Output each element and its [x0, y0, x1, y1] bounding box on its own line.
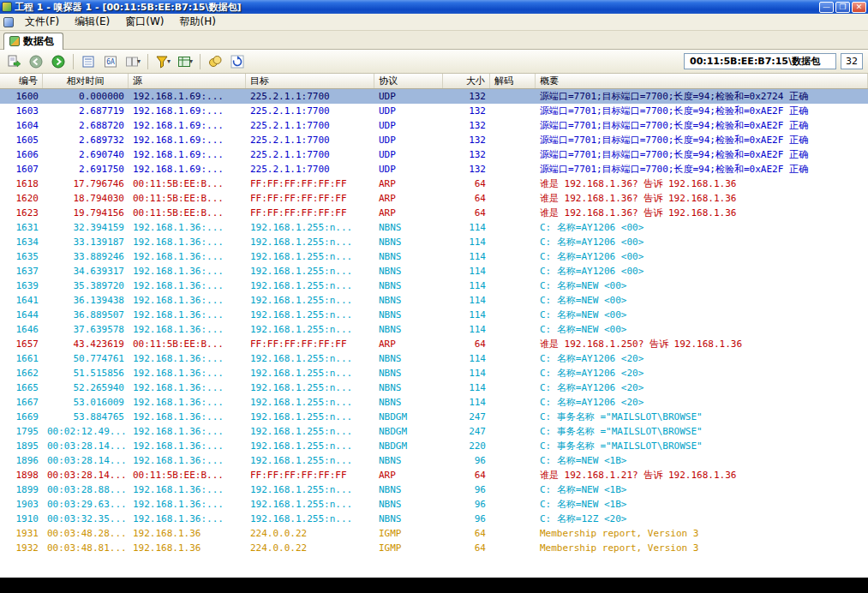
- cell-size: 96: [443, 512, 490, 526]
- table-row[interactable]: 16072.691750192.168.1.69:...225.2.1.1:77…: [0, 162, 868, 177]
- cell-source: 00:11:5B:EE:B...: [129, 191, 246, 206]
- menu-edit[interactable]: 编辑(E): [67, 13, 117, 31]
- buffer-settings-icon[interactable]: [205, 52, 225, 71]
- table-row[interactable]: 16032.687719192.168.1.69:...225.2.1.1:77…: [0, 104, 868, 118]
- cell-no: 1932: [0, 541, 43, 555]
- cell-no: 1667: [0, 395, 43, 410]
- split-view-icon[interactable]: ▾: [123, 52, 143, 71]
- table-row[interactable]: 193100:03:48.28...192.168.1.36224.0.0.22…: [0, 526, 868, 541]
- cell-protocol: IGMP: [374, 526, 443, 541]
- cell-no: 1669: [0, 410, 43, 424]
- table-row[interactable]: 191000:03:32.35...192.168.1.36:...192.16…: [0, 512, 868, 526]
- cell-protocol: NBNS: [374, 279, 443, 293]
- table-row[interactable]: 166150.774761192.168.1.36:...192.168.1.2…: [0, 351, 868, 366]
- cell-decode: [490, 235, 536, 249]
- table-row[interactable]: 164136.139438192.168.1.36:...192.168.1.2…: [0, 293, 868, 308]
- menu-file[interactable]: 文件(F): [17, 13, 67, 31]
- column-header-size[interactable]: 大小: [443, 74, 490, 88]
- cell-protocol: NBNS: [374, 395, 443, 410]
- table-row[interactable]: 193200:03:48.81...192.168.1.36224.0.0.22…: [0, 541, 868, 555]
- cell-size: 114: [443, 395, 490, 410]
- cell-source: 192.168.1.36:...: [129, 293, 246, 308]
- cell-size: 96: [443, 453, 490, 468]
- cell-source: 192.168.1.69:...: [129, 118, 246, 133]
- table-row[interactable]: 163132.394159192.168.1.36:...192.168.1.2…: [0, 220, 868, 235]
- table-row[interactable]: 163533.889246192.168.1.36:...192.168.1.2…: [0, 249, 868, 264]
- table-row[interactable]: 16052.689732192.168.1.69:...225.2.1.1:77…: [0, 133, 868, 147]
- column-header-decode[interactable]: 解码: [490, 74, 536, 88]
- back-icon[interactable]: [26, 52, 46, 71]
- table-row[interactable]: 163935.389720192.168.1.36:...192.168.1.2…: [0, 279, 868, 293]
- cell-protocol: NBNS: [374, 220, 443, 235]
- column-header-time[interactable]: 相对时间: [43, 74, 129, 88]
- menu-help[interactable]: 帮助(H): [171, 13, 223, 31]
- cell-time: 34.639317: [43, 264, 129, 279]
- tab-packets[interactable]: 数据包: [3, 33, 63, 50]
- table-row[interactable]: 166251.515856192.168.1.36:...192.168.1.2…: [0, 366, 868, 380]
- table-row[interactable]: 166753.016009192.168.1.36:...192.168.1.2…: [0, 395, 868, 410]
- table-row[interactable]: 166552.265940192.168.1.36:...192.168.1.2…: [0, 380, 868, 395]
- toolbar-separator: [147, 54, 148, 69]
- cell-source: 192.168.1.36:...: [129, 497, 246, 512]
- cell-summary: C: 名称=12Z <20>: [536, 512, 868, 526]
- filter-icon[interactable]: ▾: [153, 52, 173, 71]
- hex-decode-view-icon[interactable]: 6A: [100, 52, 121, 71]
- packet-table: 编号 相对时间 源 目标 协议 大小 解码 概要 16000.000000192…: [0, 74, 868, 578]
- table-row[interactable]: 163734.639317192.168.1.36:...192.168.1.2…: [0, 264, 868, 279]
- table-row[interactable]: 164436.889507192.168.1.36:...192.168.1.2…: [0, 308, 868, 322]
- table-row[interactable]: 190300:03:29.63...192.168.1.36:...192.16…: [0, 497, 868, 512]
- cell-decode: [490, 293, 536, 308]
- cell-summary: 谁是 192.168.1.36? 告诉 192.168.1.36: [536, 206, 868, 220]
- table-row[interactable]: 189900:03:28.88...192.168.1.36:...192.16…: [0, 482, 868, 497]
- column-header-protocol[interactable]: 协议: [374, 74, 443, 88]
- table-row[interactable]: 189800:03:28.14...00:11:5B:EE:B...FF:FF:…: [0, 468, 868, 482]
- close-button[interactable]: ✕: [852, 2, 866, 13]
- table-row[interactable]: 16062.690740192.168.1.69:...225.2.1.1:77…: [0, 147, 868, 162]
- table-row[interactable]: 189500:03:28.14...192.168.1.36:...192.16…: [0, 439, 868, 453]
- packet-list-view-icon[interactable]: [78, 52, 99, 71]
- display-options-icon[interactable]: ▾: [175, 52, 195, 71]
- table-row[interactable]: 189600:03:28.14...192.168.1.36:...192.16…: [0, 453, 868, 468]
- cell-target: 225.2.1.1:7700: [246, 89, 374, 104]
- table-row[interactable]: 166953.884765192.168.1.36:...192.168.1.2…: [0, 410, 868, 424]
- cell-decode: [490, 308, 536, 322]
- column-header-no[interactable]: 编号: [0, 74, 43, 88]
- column-header-source[interactable]: 源: [129, 74, 246, 88]
- column-header-summary[interactable]: 概要: [536, 74, 868, 88]
- table-row[interactable]: 163433.139187192.168.1.36:...192.168.1.2…: [0, 235, 868, 249]
- table-row[interactable]: 179500:02:12.49...192.168.1.36:...192.16…: [0, 424, 868, 439]
- table-row[interactable]: 164637.639578192.168.1.36:...192.168.1.2…: [0, 322, 868, 337]
- refresh-icon[interactable]: [227, 52, 248, 71]
- cell-source: 192.168.1.36:...: [129, 322, 246, 337]
- cell-no: 1618: [0, 177, 43, 191]
- cell-protocol: ARP: [374, 206, 443, 220]
- cell-no: 1910: [0, 512, 43, 526]
- cell-decode: [490, 380, 536, 395]
- maximize-button[interactable]: ❐: [835, 2, 850, 13]
- cell-summary: C: 名称=NEW <00>: [536, 279, 868, 293]
- table-row[interactable]: 162319.79415600:11:5B:EE:B...FF:FF:FF:FF…: [0, 206, 868, 220]
- table-row[interactable]: 165743.42361900:11:5B:EE:B...FF:FF:FF:FF…: [0, 337, 868, 351]
- cell-summary: C: 名称=AY1206 <00>: [536, 264, 868, 279]
- export-packets-icon[interactable]: [3, 52, 24, 71]
- cell-time: 36.889507: [43, 308, 129, 322]
- cell-source: 192.168.1.36: [129, 526, 246, 541]
- window-title: 工程 1 - 嗅探器 1 - [00:11:5B:EE:B7:15\数据包]: [15, 1, 819, 14]
- cell-source: 192.168.1.36:...: [129, 220, 246, 235]
- cell-protocol: NBNS: [374, 453, 443, 468]
- minimize-button[interactable]: —: [819, 2, 834, 13]
- table-row[interactable]: 16042.688720192.168.1.69:...225.2.1.1:77…: [0, 118, 868, 133]
- cell-time: 32.394159: [43, 220, 129, 235]
- table-row[interactable]: 16000.000000192.168.1.69:...225.2.1.1:77…: [0, 89, 868, 104]
- cell-protocol: NBNS: [374, 293, 443, 308]
- cell-time: 2.691750: [43, 162, 129, 177]
- cell-decode: [490, 482, 536, 497]
- table-row[interactable]: 161817.79674600:11:5B:EE:B...FF:FF:FF:FF…: [0, 177, 868, 191]
- table-row[interactable]: 162018.79403000:11:5B:EE:B...FF:FF:FF:FF…: [0, 191, 868, 206]
- column-header-target[interactable]: 目标: [246, 74, 374, 88]
- forward-icon[interactable]: [48, 52, 69, 71]
- menu-window[interactable]: 窗口(W): [117, 13, 171, 31]
- cell-summary: 源端口=7701;目标端口=7700;长度=94;检验和=0xAE2F 正确: [536, 104, 868, 118]
- cell-source: 192.168.1.36:...: [129, 235, 246, 249]
- cell-time: 0.000000: [43, 89, 129, 104]
